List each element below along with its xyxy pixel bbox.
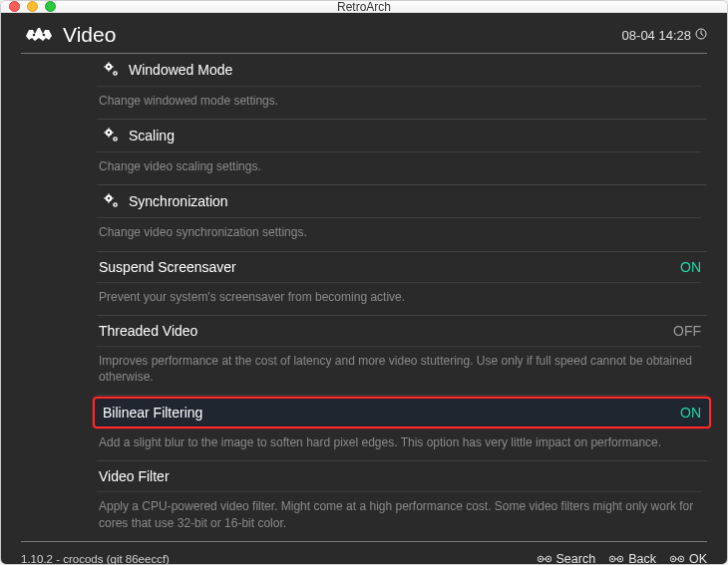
row-windowed-mode[interactable]: Windowed Mode Change windowed mode setti…	[97, 54, 707, 120]
svg-point-18	[115, 139, 117, 141]
svg-point-26	[115, 204, 117, 206]
svg-rect-24	[112, 198, 114, 199]
row-label: Threaded Video	[99, 323, 673, 339]
window-controls	[9, 1, 56, 12]
row-description: Add a slight blur to the image to soften…	[97, 428, 701, 453]
row-description: Change windowed mode settings.	[97, 86, 701, 112]
svg-point-40	[680, 558, 682, 560]
action-label: OK	[689, 552, 707, 565]
svg-point-35	[619, 558, 621, 560]
svg-point-29	[540, 558, 542, 560]
ok-action[interactable]: OK	[670, 552, 707, 565]
action-label: Back	[628, 552, 656, 565]
retroarch-logo-icon	[21, 26, 57, 44]
svg-point-1	[43, 34, 46, 37]
svg-rect-15	[104, 132, 106, 133]
row-value: ON	[680, 259, 701, 275]
row-label: Suspend Screensaver	[99, 259, 680, 275]
row-value: OFF	[673, 323, 701, 339]
svg-rect-7	[104, 66, 106, 67]
svg-point-20	[108, 197, 110, 199]
gear-icon	[97, 127, 127, 144]
svg-rect-16	[112, 132, 114, 133]
row-label: Scaling	[129, 128, 701, 143]
svg-rect-41	[675, 558, 679, 559]
settings-list: Windowed Mode Change windowed mode setti…	[1, 54, 727, 541]
row-synchronization[interactable]: Synchronization Change video synchroniza…	[97, 185, 707, 251]
row-video-filter[interactable]: Video Filter Apply a CPU-powered video f…	[97, 461, 707, 540]
svg-point-39	[672, 558, 674, 560]
zoom-window-button[interactable]	[45, 1, 56, 12]
row-bilinear-filtering-desc: Add a slight blur to the image to soften…	[97, 428, 707, 461]
row-value: ON	[680, 405, 701, 421]
row-description: Apply a CPU-powered video filter. Might …	[97, 491, 701, 533]
app-window: RetroArch Video 08-04 14:28	[0, 0, 728, 565]
row-description: Change video synchronization settings.	[97, 217, 701, 243]
svg-point-0	[33, 34, 36, 37]
window-title: RetroArch	[1, 0, 727, 14]
row-label: Video Filter	[99, 468, 701, 484]
svg-rect-31	[543, 558, 546, 559]
close-window-button[interactable]	[9, 1, 20, 12]
version-text: 1.10.2 - crocods (git 86eeccf)	[21, 553, 170, 565]
clock-icon	[695, 28, 707, 43]
svg-point-34	[611, 558, 613, 560]
row-description: Improves performance at the cost of late…	[97, 346, 701, 388]
row-bilinear-filtering[interactable]: Bilinear Filtering ON	[93, 397, 711, 428]
svg-point-4	[108, 66, 110, 68]
footer: 1.10.2 - crocods (git 86eeccf) Search Ba…	[21, 541, 707, 565]
clock-text: 08-04 14:28	[622, 28, 691, 43]
gear-icon	[97, 192, 127, 210]
minimize-window-button[interactable]	[27, 1, 38, 12]
footer-actions: Search Back OK	[538, 552, 707, 565]
action-label: Search	[556, 552, 596, 565]
search-action[interactable]: Search	[538, 552, 596, 565]
svg-rect-22	[108, 201, 109, 203]
content-area: Video 08-04 14:28 W	[1, 13, 727, 565]
gear-icon	[97, 61, 127, 79]
titlebar: RetroArch	[1, 1, 727, 13]
row-suspend-screensaver[interactable]: Suspend Screensaver ON Prevent your syst…	[97, 252, 707, 316]
svg-rect-23	[104, 198, 106, 199]
row-label: Synchronization	[129, 193, 701, 209]
clock: 08-04 14:28	[622, 28, 707, 43]
row-scaling[interactable]: Scaling Change video scaling settings.	[97, 120, 707, 185]
svg-rect-8	[112, 66, 114, 67]
row-label: Bilinear Filtering	[103, 405, 680, 421]
gamepad-icon	[609, 553, 623, 565]
svg-rect-6	[108, 70, 109, 72]
svg-rect-21	[108, 194, 109, 196]
svg-point-10	[115, 73, 117, 75]
row-label: Windowed Mode	[129, 62, 701, 78]
svg-rect-13	[108, 129, 109, 131]
page-header: Video 08-04 14:28	[1, 13, 727, 53]
row-description: Prevent your system's screensaver from b…	[97, 282, 701, 308]
svg-point-30	[547, 558, 549, 560]
svg-point-12	[108, 132, 110, 134]
gamepad-icon	[538, 553, 551, 565]
page-title: Video	[63, 23, 116, 47]
back-action[interactable]: Back	[609, 552, 656, 565]
row-description: Change video scaling settings.	[97, 151, 701, 177]
svg-rect-14	[108, 136, 109, 138]
gamepad-icon	[670, 553, 684, 565]
row-threaded-video[interactable]: Threaded Video OFF Improves performance …	[97, 316, 707, 396]
svg-rect-36	[614, 558, 618, 559]
svg-rect-5	[108, 62, 109, 64]
